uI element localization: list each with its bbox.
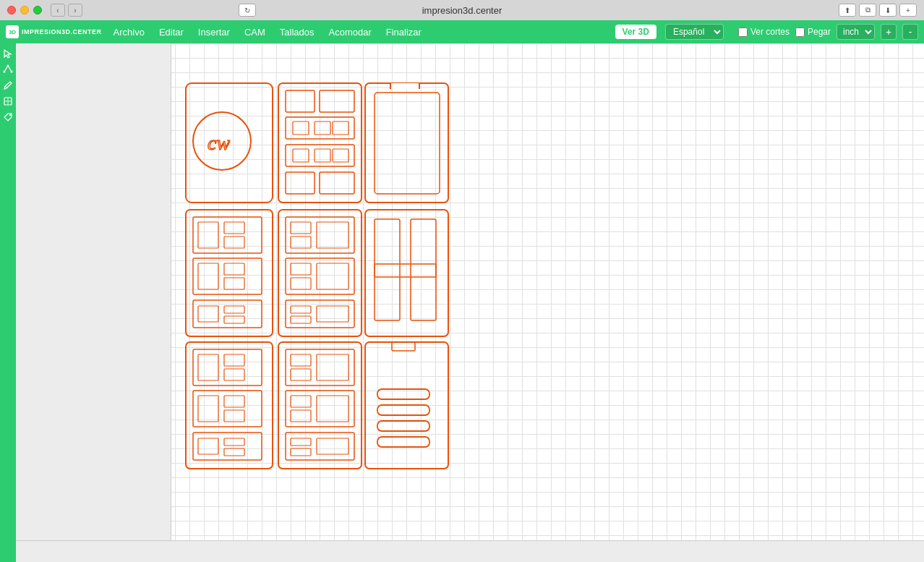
svg-rect-22	[333, 149, 348, 162]
svg-rect-61	[224, 354, 244, 366]
left-toolbar	[0, 43, 16, 562]
ver-cortes-label: Ver cortes	[750, 27, 790, 37]
svg-rect-36	[224, 278, 244, 289]
back-button[interactable]: ‹	[51, 4, 65, 17]
svg-rect-48	[317, 263, 348, 289]
pencil-tool[interactable]	[2, 80, 14, 91]
svg-rect-45	[291, 237, 311, 248]
svg-rect-17	[315, 122, 330, 135]
cell-3-1	[186, 342, 273, 469]
svg-rect-77	[291, 396, 311, 407]
main-area: cw	[0, 43, 924, 562]
minimize-button[interactable]	[20, 6, 29, 14]
svg-rect-44	[317, 222, 348, 248]
forward-button[interactable]: ›	[68, 4, 82, 17]
svg-rect-65	[224, 396, 244, 407]
svg-point-1	[7, 65, 9, 67]
zoom-in-button[interactable]: +	[881, 24, 897, 40]
menu-tallados[interactable]: Tallados	[277, 24, 317, 41]
svg-rect-83	[291, 448, 311, 456]
titlebar-actions: ⬆ ⧉ ⬇ +	[839, 4, 917, 17]
svg-rect-26	[375, 93, 440, 194]
menu-finalizar[interactable]: Finalizar	[383, 24, 424, 41]
pegar-group: Pegar	[795, 27, 831, 37]
svg-rect-27	[390, 83, 419, 89]
svg-rect-53	[291, 316, 311, 323]
svg-rect-18	[333, 122, 348, 135]
svg-marker-0	[4, 50, 11, 58]
navigation-buttons: ‹ ›	[51, 4, 82, 17]
svg-rect-24	[320, 172, 354, 194]
new-tab-button[interactable]: +	[899, 4, 917, 17]
ver-cortes-checkbox[interactable]	[738, 27, 748, 37]
traffic-lights	[7, 6, 42, 14]
svg-rect-56	[411, 219, 436, 320]
svg-rect-47	[291, 263, 311, 275]
view3d-button[interactable]: Ver 3D	[615, 25, 656, 39]
menu-editar[interactable]: Editar	[156, 24, 187, 41]
menu-archivo[interactable]: Archivo	[111, 24, 147, 41]
menu-insertar[interactable]: Insertar	[195, 24, 233, 41]
brand-label: IMPRESION3D.CENTER	[22, 28, 102, 35]
download-button[interactable]: ⬇	[879, 4, 897, 17]
node-edit-tool[interactable]	[2, 64, 14, 75]
svg-rect-34	[198, 263, 218, 289]
svg-rect-82	[317, 438, 348, 454]
svg-text:cw: cw	[208, 132, 230, 154]
svg-rect-21	[315, 149, 330, 162]
svg-rect-23	[286, 172, 315, 194]
cell-1-1: cw	[186, 83, 273, 203]
cell-2-2	[278, 210, 362, 336]
cell-1-2	[278, 83, 362, 203]
unit-select[interactable]: inch mm cm	[837, 24, 875, 40]
reload-button[interactable]: ↻	[239, 4, 256, 17]
select-tool[interactable]	[2, 48, 14, 59]
titlebar: ‹ › ↻ impresion3d.center ⬆ ⧉ ⬇ +	[0, 0, 924, 20]
bottom-panel-strip	[16, 540, 924, 562]
svg-rect-73	[291, 354, 311, 366]
svg-rect-66	[224, 410, 244, 422]
svg-rect-32	[224, 237, 244, 248]
svg-rect-75	[291, 369, 311, 380]
left-panel-strip	[16, 43, 171, 562]
svg-rect-14	[320, 90, 354, 112]
svg-rect-70	[224, 448, 244, 456]
svg-rect-49	[291, 278, 311, 289]
canvas-area[interactable]: cw	[16, 43, 924, 562]
cell-3-2	[278, 342, 362, 469]
zoom-out-button[interactable]: -	[902, 24, 918, 40]
svg-rect-88	[377, 421, 429, 431]
page-title: impresion3d.center	[422, 5, 502, 16]
menu-acomodar[interactable]: Acomodar	[326, 24, 375, 41]
svg-rect-68	[198, 438, 218, 454]
svg-rect-16	[293, 122, 309, 135]
language-select[interactable]: Español English Français	[665, 24, 724, 40]
ver-cortes-group: Ver cortes	[738, 27, 790, 37]
maximize-button[interactable]	[33, 6, 42, 14]
svg-rect-19	[286, 145, 354, 166]
menu-cam[interactable]: CAM	[241, 24, 268, 41]
brand-logo: 3D IMPRESION3D.CENTER	[6, 25, 102, 38]
svg-rect-79	[291, 410, 311, 422]
svg-rect-57	[375, 264, 436, 277]
svg-rect-25	[365, 83, 448, 203]
svg-point-2	[4, 71, 6, 73]
menubar: 3D IMPRESION3D.CENTER Archivo Editar Ins…	[0, 20, 924, 43]
svg-rect-15	[286, 117, 354, 139]
pegar-label: Pegar	[808, 27, 831, 37]
menubar-right: Ver cortes Pegar inch mm cm + -	[738, 24, 918, 40]
tag-tool[interactable]	[2, 111, 14, 123]
svg-rect-62	[224, 369, 244, 380]
svg-point-8	[9, 114, 11, 116]
cell-2-1	[186, 210, 273, 336]
svg-rect-86	[377, 389, 429, 399]
svg-point-3	[11, 71, 13, 73]
share-button[interactable]: ⬆	[839, 4, 856, 17]
svg-rect-43	[291, 222, 311, 234]
pegar-checkbox[interactable]	[795, 27, 805, 37]
shape-tool[interactable]	[2, 95, 14, 107]
svg-rect-30	[198, 222, 218, 248]
close-button[interactable]	[7, 6, 16, 14]
pip-button[interactable]: ⧉	[859, 4, 876, 17]
cell-2-3	[365, 210, 448, 336]
